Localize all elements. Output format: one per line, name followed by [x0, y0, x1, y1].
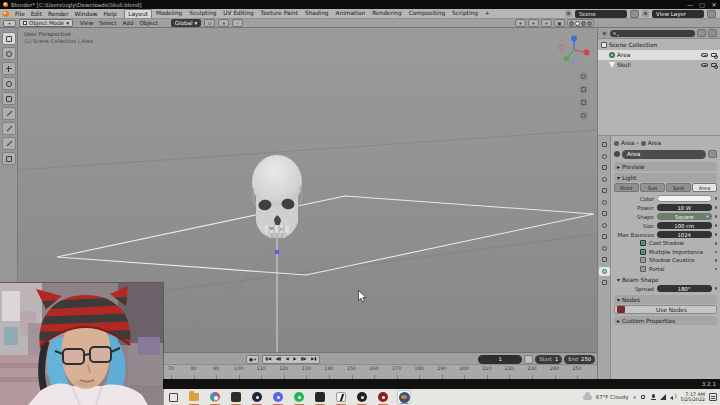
zoom-icon[interactable] [579, 72, 588, 81]
properties-tab-object-data[interactable] [599, 267, 610, 276]
animate-dot-icon[interactable] [715, 206, 718, 209]
solid-shading-button[interactable] [575, 21, 580, 26]
filter-icon[interactable] [697, 29, 706, 37]
workspace-tab-compositing[interactable]: Compositing [405, 9, 448, 18]
notification-center-icon[interactable] [709, 393, 717, 401]
animate-dot-icon[interactable] [715, 259, 718, 262]
blender-menu-icon[interactable] [3, 11, 9, 17]
disable-in-renders-icon[interactable] [711, 63, 717, 68]
workspace-tab-shading[interactable]: Shading [302, 9, 333, 18]
light-type-sun-button[interactable]: Sun [640, 183, 665, 192]
play-reverse-button[interactable]: ◀ [283, 355, 291, 363]
app-window-icon[interactable] [313, 390, 327, 404]
properties-tab-output[interactable] [599, 163, 610, 172]
breadcrumb-data[interactable]: Area [648, 140, 661, 146]
tool-annotate-button[interactable] [2, 122, 16, 135]
auto-keying-button[interactable]: ● ▾ [246, 355, 259, 364]
gizmos-dropdown[interactable]: ▾ [528, 19, 539, 27]
new-scene-button[interactable] [630, 10, 639, 18]
viewport-menu-object[interactable]: Object [136, 20, 160, 26]
area-light-outline[interactable] [57, 196, 594, 275]
recorder-icon[interactable] [376, 390, 390, 404]
editor-type-dropdown[interactable]: ▾ [3, 20, 16, 27]
workspace-tab-rendering[interactable]: Rendering [369, 9, 406, 18]
hide-in-viewport-icon[interactable] [701, 53, 708, 57]
fake-user-button[interactable] [708, 150, 717, 158]
workspace-tab-sculpting[interactable]: Sculpting [186, 9, 220, 18]
light-section-header[interactable]: ▾ Light [614, 173, 717, 182]
property-field-shape[interactable]: Square [657, 213, 712, 220]
workspace-tab-scripting[interactable]: Scripting [449, 9, 482, 18]
animate-dot-icon[interactable] [715, 224, 718, 227]
checkbox-portal[interactable] [640, 266, 646, 272]
skull-object[interactable] [252, 155, 302, 238]
properties-tab-object[interactable] [599, 209, 610, 218]
steam-icon[interactable] [250, 390, 264, 404]
microphone-icon[interactable] [650, 394, 656, 400]
animate-dot-icon[interactable] [715, 242, 718, 245]
outliner-editor-icon[interactable] [601, 30, 608, 37]
properties-tab-world[interactable] [599, 198, 610, 207]
use-nodes-button[interactable]: Use Nodes [614, 305, 717, 314]
properties-tab-physics[interactable] [599, 244, 610, 253]
animate-dot-icon[interactable] [715, 215, 718, 218]
beam-shape-header[interactable]: ▾ Beam Shape [614, 275, 717, 284]
tray-expand-chevron[interactable]: ∧ [633, 394, 637, 400]
property-field-color[interactable] [657, 195, 712, 202]
checkbox-cast-shadow[interactable]: ✓ [640, 240, 646, 246]
workspace-tab-layout[interactable]: Layout [124, 9, 153, 18]
tool-scale-button[interactable] [2, 92, 16, 105]
tool-tweak-select-button[interactable] [2, 32, 16, 45]
maximize-button[interactable]: ▢ [696, 0, 708, 9]
workspace-tab-uv-editing[interactable]: UV Editing [220, 9, 257, 18]
property-field-max-bounces[interactable]: 1024 [657, 231, 712, 238]
keying-set-button[interactable] [524, 355, 533, 364]
workspace-tab-texture-paint[interactable]: Texture Paint [257, 9, 301, 18]
properties-tab-scene[interactable] [599, 186, 610, 195]
outliner-item-area[interactable]: Area [598, 50, 720, 60]
preview-section-header[interactable]: ▸ Preview [614, 162, 717, 171]
workspace-tab-modeling[interactable]: Modeling [152, 9, 185, 18]
property-field-power[interactable]: 10 W [657, 204, 712, 211]
checkbox-shadow-caustics[interactable] [640, 257, 646, 263]
animate-dot-icon[interactable] [715, 251, 718, 254]
view-layer-selector[interactable]: View Layer [652, 10, 704, 18]
camera-view-icon[interactable] [579, 98, 588, 107]
outliner-item-skull[interactable]: Skull [598, 60, 720, 70]
xray-toggle[interactable]: ▣ [554, 19, 565, 27]
menu-edit[interactable]: Edit [28, 11, 45, 17]
menu-window[interactable]: Window [72, 11, 101, 17]
new-collection-button[interactable] [708, 29, 717, 37]
animate-dot-icon[interactable] [715, 197, 718, 200]
mode-dropdown[interactable]: Object Mode ▾ [19, 19, 73, 27]
light-type-spot-button[interactable]: Spot [666, 183, 691, 192]
rendered-shading-button[interactable] [587, 21, 592, 26]
new-view-layer-button[interactable] [707, 10, 716, 18]
disable-in-renders-icon[interactable] [711, 53, 717, 58]
navigation-gizmo[interactable] [558, 32, 590, 66]
ortho-toggle-icon[interactable] [579, 111, 588, 120]
volume-icon[interactable] [670, 394, 676, 400]
menu-render[interactable]: Render [45, 11, 72, 17]
bolt-app-icon[interactable] [334, 390, 348, 404]
taskbar-clock[interactable]: 7:17 AM 5/25/2022 [680, 392, 705, 402]
tool-measure-button[interactable] [2, 137, 16, 150]
animate-dot-icon[interactable] [715, 233, 718, 236]
viewport-menu-add[interactable]: Add [120, 20, 137, 26]
property-field-size[interactable]: 100 cm [657, 222, 712, 229]
overlays-dropdown[interactable]: ▾ [541, 19, 552, 27]
properties-tab-view-layer[interactable] [599, 175, 610, 184]
chrome-icon[interactable] [208, 390, 222, 404]
minimize-button[interactable]: — [684, 0, 696, 9]
workspace-tab-animation[interactable]: Animation [332, 9, 369, 18]
file-explorer-icon[interactable] [187, 390, 201, 404]
jump-to-end-button[interactable]: ▶▮ [309, 355, 319, 363]
close-button[interactable]: ✕ [708, 0, 720, 9]
play-button[interactable]: ▶ [291, 355, 299, 363]
current-frame-field[interactable]: 1 [478, 355, 522, 364]
spotify-icon[interactable] [292, 390, 306, 404]
add-workspace-button[interactable]: + [481, 9, 493, 18]
menu-help[interactable]: Help [100, 11, 119, 17]
properties-tab-constraints[interactable] [599, 255, 610, 264]
discord-icon[interactable] [271, 390, 285, 404]
